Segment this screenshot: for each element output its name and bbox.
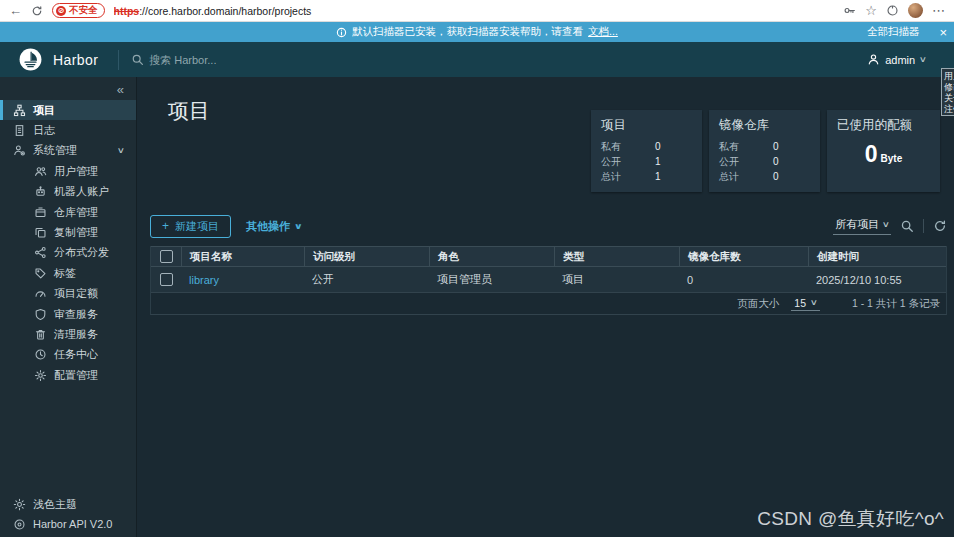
sidebar: « 项目 日志 系统管理 ∨ 用户管理 机 [0,77,137,537]
profile-avatar[interactable] [908,3,923,18]
project-name-link[interactable]: library [189,274,219,286]
row-select-cell [151,273,181,286]
card-title: 镜像仓库 [719,117,810,134]
tag-icon [34,267,47,280]
stat-label: 公开 [719,154,773,169]
logs-icon [13,124,26,137]
search-input[interactable] [149,54,449,66]
select-all-checkbox[interactable] [160,250,173,263]
table-footer: 页面大小 15 ∨ 1 - 1 共计 1 条记录 [151,293,946,314]
sidebar-item-projects[interactable]: 项目 [0,100,136,120]
repo-count-cell: 0 [679,274,808,286]
stat-row: 公开1 [601,154,692,169]
back-icon[interactable]: ← [9,4,22,17]
chevron-down-icon: ∨ [294,222,303,231]
sidebar-item-configuration[interactable]: 配置管理 [0,365,136,385]
sidebar-item-label: 任务中心 [54,347,98,362]
card-title: 项目 [601,117,692,134]
sidebar-item-logs[interactable]: 日志 [0,120,136,140]
robot-icon [34,185,47,198]
url-text: ://core.harbor.domain/harbor/projects [139,5,311,17]
new-project-button[interactable]: + 新建项目 [150,215,231,238]
sidebar-item-interrogation-services[interactable]: 审查服务 [0,304,136,324]
quota-unit: Byte [881,153,903,164]
sidebar-item-robot-accounts[interactable]: 机器人账户 [0,182,136,202]
shield-icon [34,308,47,321]
stat-label: 私有 [601,139,655,154]
sidebar-item-distribution[interactable]: 分布式分发 [0,243,136,263]
column-header[interactable]: 访问级别 [304,247,429,266]
sidebar-item-label: 配置管理 [54,368,98,383]
sidebar-item-project-quotas[interactable]: 项目定额 [0,284,136,304]
docs-link[interactable]: 文档... [588,25,618,39]
sidebar-item-users[interactable]: 用户管理 [0,161,136,181]
distribution-icon [34,246,47,259]
stat-value: 1 [655,169,661,184]
sidebar-collapse-icon[interactable]: « [0,77,136,100]
sidebar-item-label: 清理服务 [54,327,98,342]
password-key-icon[interactable] [843,4,856,17]
column-header[interactable]: 角色 [429,247,554,266]
sidebar-item-job-service[interactable]: 任务中心 [0,345,136,365]
bookmark-star-icon[interactable]: ☆ [865,4,877,17]
security-badge[interactable]: ⊘ 不安全 [52,3,105,18]
browser-extension-icon[interactable] [886,4,899,17]
sidebar-item-clean-up[interactable]: 清理服务 [0,324,136,344]
column-header[interactable]: 镜像仓库数 [679,247,808,266]
menu-item[interactable]: 注销 [944,104,954,115]
light-theme-label: 浅色主题 [33,497,77,512]
projects-stat-card: 项目 私有0 公开1 总计1 [591,110,702,192]
user-icon [867,53,880,66]
registry-icon [34,206,47,219]
light-theme-toggle[interactable]: 浅色主题 [0,494,136,514]
browser-menu-icon[interactable]: ⋯ [932,4,945,17]
stat-label: 总计 [719,169,773,184]
sidebar-item-replications[interactable]: 复制管理 [0,222,136,242]
clipped-user-dropdown: 用户设置 修改密码 关于 注销 [941,68,954,116]
chevron-down-icon: ∨ [117,146,125,155]
all-scanners-link[interactable]: 全部扫描器 [867,25,920,39]
quota-stat-card: 已使用的配额 0Byte [827,110,940,192]
stat-value: 1 [655,154,661,169]
column-header[interactable]: 创建时间 [808,247,946,266]
refresh-icon[interactable] [933,219,947,233]
chevron-down-icon: ∨ [810,298,818,307]
sidebar-item-label: 机器人账户 [54,184,109,199]
harbor-logo-icon [18,47,43,72]
banner-close-icon[interactable]: × [939,26,947,39]
stat-label: 私有 [719,139,773,154]
sidebar-item-label: 项目定额 [54,286,98,301]
search-icon [131,53,144,66]
column-header[interactable]: 类型 [554,247,679,266]
trash-icon [34,328,47,341]
sidebar-item-registries[interactable]: 仓库管理 [0,202,136,222]
harbor-api-link[interactable]: Harbor API V2.0 [0,514,136,534]
stat-row: 公开0 [719,154,810,169]
filter-value: 所有项目 [835,217,879,232]
sidebar-item-label: 复制管理 [54,225,98,240]
menu-item[interactable]: 关于 [944,93,954,104]
column-header[interactable]: 项目名称 [181,247,304,266]
page-size-select[interactable]: 15 ∨ [791,297,820,311]
other-actions-dropdown[interactable]: 其他操作 ∨ [246,219,302,234]
other-actions-label: 其他操作 [246,219,290,234]
user-menu[interactable]: admin ∨ [867,53,926,66]
csdn-watermark: CSDN @鱼真好吃^o^ [757,506,944,532]
chevron-down-icon: ∨ [919,55,927,64]
sun-icon [13,498,26,511]
address-bar[interactable]: https://core.harbor.domain/harbor/projec… [114,5,835,17]
row-checkbox[interactable] [160,273,173,286]
quota-value: 0Byte [837,141,930,168]
sidebar-item-labels[interactable]: 标签 [0,263,136,283]
sidebar-item-administration[interactable]: 系统管理 ∨ [0,141,136,161]
reload-icon[interactable] [31,5,43,17]
filter-search-icon[interactable] [900,219,914,233]
menu-item[interactable]: 修改密码 [944,82,954,93]
menu-item[interactable]: 用户设置 [944,71,954,82]
project-filter-select[interactable]: 所有项目 ∨ [833,217,891,235]
page-size-value: 15 [794,297,806,309]
type-cell: 项目 [554,272,679,287]
chevron-down-icon: ∨ [882,220,890,229]
clock-icon [34,348,47,361]
security-badge-label: 不安全 [69,4,98,17]
